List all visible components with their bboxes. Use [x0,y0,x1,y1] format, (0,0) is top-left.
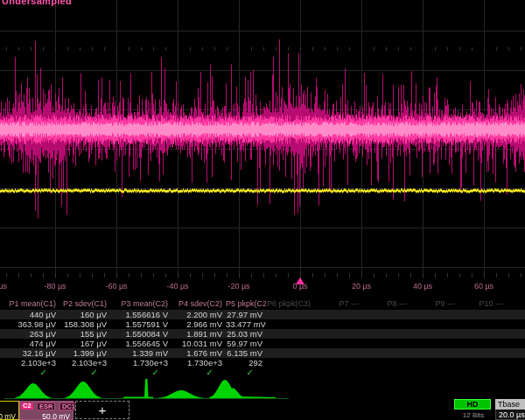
table-row: 263 µV155 µV1.550084 V1.891 mV25.03 mV [0,329,525,339]
time-axis-label: 20 µs [340,282,383,290]
histicon-P5[interactable] [209,380,276,398]
histicons-strip [0,377,525,401]
table-row: 2.103e+32.103e+31.730e+31.730e+3292 [0,358,525,368]
c2-esr-badge: ESR [37,402,55,410]
measurement-cell: 2.103e+3 [60,358,110,368]
c2-vertical-scale: 50.0 mV [20,412,73,420]
measurement-cell: 1.550084 V [110,329,172,339]
measurement-cell: 1.730e+3 [110,358,172,368]
histicon-P3[interactable] [123,379,153,398]
status-check-icon: ✓ [172,368,226,377]
histicon-P2[interactable] [65,382,102,398]
measurement-cell: 167 µV [60,339,110,348]
measurement-rows: 440 µV160 µV1.556616 V2.200 mV27.97 mV36… [0,310,525,368]
param-header-P1[interactable]: P1 mean(C1) [4,298,60,310]
measurement-cell: 2.966 mV [172,319,226,329]
measurement-cell: 59.97 mV [226,339,266,348]
c2-label: C2 [21,402,33,410]
descriptor-bar: DC1M 10.0 mV C2 ESR DC1M 50.0 mV + HD 12… [0,401,525,420]
measurement-cell: 292 [226,358,266,368]
param-header-P3[interactable]: P3 mean(C2) [110,298,172,310]
table-row: 363.98 µV158.308 µV1.557591 V2.966 mV33.… [0,319,525,329]
status-check-icon: ✓ [110,368,172,377]
measurement-cell: 363.98 µV [4,319,60,329]
measurement-cell: 474 µV [4,339,60,348]
time-axis: -100 µs-80 µs-60 µs-40 µs-20 µs0 µs20 µs… [0,278,525,294]
add-trace-button[interactable]: + [75,401,130,419]
time-axis-label: -20 µs [217,282,261,290]
time-axis-label: -80 µs [33,282,77,290]
param-header-P6[interactable]: P6 pkpk(C3) [266,298,314,310]
measurement-cell: 440 µV [4,310,60,319]
measurement-cell: 32.16 µV [4,348,60,358]
param-header-P8[interactable]: P8 --- [362,298,410,310]
timebase-value: 20.0 µs [495,410,525,420]
measurement-cell: 160 µV [60,310,110,319]
time-axis-label: 60 µs [462,282,506,290]
histicon-shape [65,382,102,398]
histicon-shape [15,383,52,398]
measurement-cell: 155 µV [60,329,110,339]
status-check-icon: ✓ [60,368,110,377]
param-header-P2[interactable]: P2 sdev(C1) [60,298,110,310]
timebase-title: Tbase [495,399,525,410]
measurement-cell: 25.03 mV [226,329,266,339]
measurement-cell: 2.200 mV [172,310,226,319]
timebase-descriptor[interactable]: Tbase 20.0 µs [495,399,525,420]
measurement-cell: 6.135 mV [226,348,266,358]
param-header-P7[interactable]: P7 --- [314,298,362,310]
measurement-cell: 33.477 mV [226,319,266,329]
measurement-cell: 1.557591 V [110,319,172,329]
measurement-cell: 1.556616 V [110,310,172,319]
time-axis-label: 40 µs [401,282,444,290]
table-row: 474 µV167 µV1.556645 V10.031 mV59.97 mV [0,339,525,348]
time-axis-label: -60 µs [94,282,138,290]
trigger-time-marker[interactable] [296,277,304,284]
channel-c2-descriptor[interactable]: C2 ESR DC1M 50.0 mV [19,401,74,420]
measurement-cell: 1.676 mV [172,348,226,358]
time-axis-label: -40 µs [156,282,200,290]
histicon-shape [123,379,153,398]
plus-icon: + [99,402,107,417]
measurement-cell: 1.339 mV [110,348,172,358]
waveform-display: Undersampled [0,0,525,278]
measurement-cell: 27.97 mV [226,310,266,319]
oscilloscope-screen: Undersampled -100 µs-80 µs-60 µs-40 µs-2… [0,0,525,420]
time-axis-label: -100 µs [0,282,16,290]
hd-bits-label: 12 Bits [454,411,493,419]
c2-badge-row: C2 ESR DC1M [20,402,73,412]
measurement-cell: 1.891 mV [172,329,226,339]
param-header-P9[interactable]: P9 --- [410,298,458,310]
table-row: 440 µV160 µV1.556616 V2.200 mV27.97 mV [0,310,525,319]
measurement-cell: 263 µV [4,329,60,339]
hd-badge: HD [454,399,491,410]
measurement-header-row: P1 mean(C1)P2 sdev(C1)P3 mean(C2)P4 sdev… [0,298,525,310]
measurement-cell: 158.308 µV [60,319,110,329]
status-check-icon: ✓ [4,368,60,377]
measurement-cell: 1.730e+3 [172,358,226,368]
measurement-cell: 1.556645 V [110,339,172,348]
param-header-P5[interactable]: P5 pkpk(C2) [226,298,266,310]
measurement-table: P1 mean(C1)P2 sdev(C1)P3 mean(C2)P4 sdev… [0,298,525,377]
param-header-P4[interactable]: P4 sdev(C2) [172,298,226,310]
status-check-icon: ✓ [226,368,266,377]
channel-c1-descriptor[interactable]: DC1M 10.0 mV [0,401,19,420]
hd-mode-indicator[interactable]: HD 12 Bits [454,399,493,420]
measurement-cell: 2.103e+3 [4,358,60,368]
histicon-P1[interactable] [15,383,52,398]
param-header-P10[interactable]: P10 --- [458,298,507,310]
measurement-cell: 1.399 µV [60,348,110,358]
histicon-shape [237,396,276,398]
histicon-P4[interactable] [158,390,204,398]
histicon-shape [158,390,204,398]
table-row: 32.16 µV1.399 µV1.339 mV1.676 mV6.135 mV [0,348,525,358]
waveform-canvas [0,0,525,278]
measurement-status-row: ✓✓✓✓✓ [0,368,525,377]
c1-vertical-scale: 10.0 mV [0,412,18,420]
c1-badge-row: DC1M [0,402,18,412]
measurement-cell: 10.031 mV [172,339,226,348]
undersampled-warning: Undersampled [2,0,72,6]
